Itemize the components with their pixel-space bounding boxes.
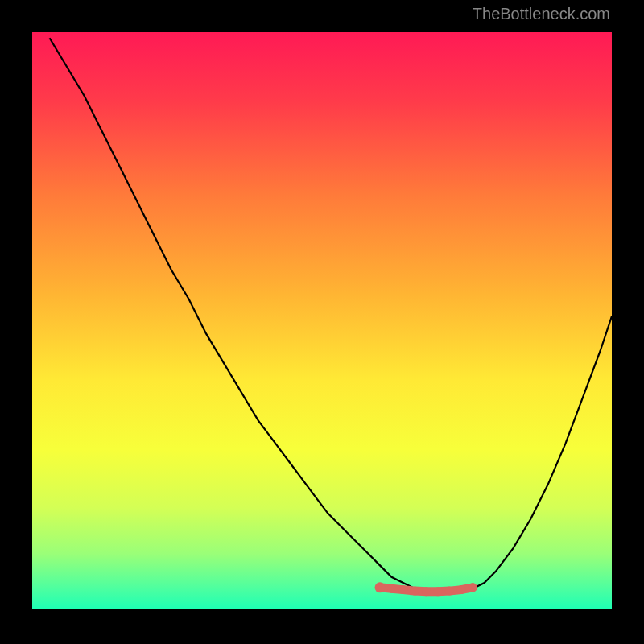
optimal-dot	[375, 582, 386, 592]
optimal-dot	[411, 587, 419, 596]
plot-area	[32, 32, 612, 612]
optimal-dot	[445, 587, 454, 596]
chart-svg	[32, 32, 612, 612]
watermark-text: TheBottleneck.com	[473, 5, 610, 23]
optimal-dot	[387, 584, 396, 593]
gradient-background	[32, 32, 612, 612]
optimal-dot	[422, 587, 431, 596]
optimal-dot	[456, 585, 465, 594]
optimal-dot	[434, 587, 443, 596]
optimal-dot	[469, 583, 477, 592]
optimal-dot	[398, 585, 407, 594]
bottom-edge	[32, 609, 612, 612]
